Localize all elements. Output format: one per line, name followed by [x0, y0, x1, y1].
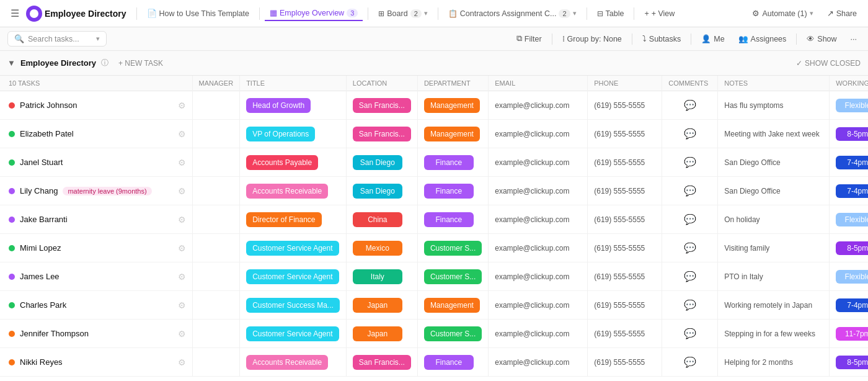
settings-icon[interactable]: ⚙	[178, 243, 186, 253]
assignees-label: Assignees	[751, 35, 787, 43]
settings-icon[interactable]: ⚙	[178, 129, 186, 139]
settings-icon[interactable]: ⚙	[178, 357, 186, 367]
comment-icon[interactable]: 💬	[684, 186, 696, 196]
comment-icon[interactable]: 💬	[684, 214, 696, 225]
settings-icon[interactable]: ⚙	[178, 272, 186, 282]
col-department: DEPARTMENT	[417, 76, 488, 91]
task-name[interactable]: Elizabeth Patel	[20, 129, 74, 138]
task-name[interactable]: Charles Park	[20, 300, 66, 310]
working-shift-cell: Flexible	[830, 262, 868, 291]
automate-button[interactable]: ⚙ Automate (1) ▾	[747, 6, 818, 20]
comment-icon[interactable]: 💬	[684, 300, 696, 310]
subtasks-button[interactable]: ⤵ Subtasks	[639, 33, 684, 45]
comments-cell[interactable]: 💬	[662, 148, 718, 177]
comment-icon[interactable]: 💬	[684, 128, 696, 139]
new-task-label[interactable]: + NEW TASK	[113, 58, 168, 69]
search-box[interactable]: 🔍 Search tasks... ▾	[7, 31, 107, 47]
comment-icon[interactable]: 💬	[684, 328, 696, 339]
task-name[interactable]: Patrick Johnson	[20, 101, 78, 110]
email-value: example@clickup.com	[495, 329, 569, 338]
phone-value: (619) 555-5555	[594, 187, 645, 195]
tab-contractors[interactable]: 📋 Contractors Assignment C... 2 ▾	[443, 7, 582, 20]
comment-icon[interactable]: 💬	[684, 271, 696, 282]
task-name[interactable]: Mimi Lopez	[20, 243, 61, 253]
task-name[interactable]: Lily Chang	[20, 186, 58, 195]
assignees-button[interactable]: 👥 Assignees	[735, 32, 790, 45]
tab-table[interactable]: ⊟ Table	[592, 7, 629, 20]
group-by-button[interactable]: ⁞ Group by: None	[559, 32, 626, 45]
section-collapse-arrow[interactable]: ▼	[7, 58, 16, 68]
working-shift-badge: Flexible	[836, 213, 868, 226]
tab-board-label: Board	[387, 9, 407, 18]
me-button[interactable]: 👤 Me	[698, 32, 728, 45]
task-name[interactable]: Jake Barranti	[20, 215, 68, 224]
comments-cell[interactable]: 💬	[662, 291, 718, 320]
department-cell: Customer S...	[417, 234, 488, 262]
location-cell: San Diego	[346, 177, 417, 205]
me-label: Me	[714, 35, 724, 43]
notes-cell: Has flu symptoms	[718, 91, 830, 120]
comments-cell[interactable]: 💬	[662, 262, 718, 291]
col-task-name: 10 TASKS	[0, 76, 192, 91]
location-cell: Italy	[346, 262, 417, 291]
show-closed-button[interactable]: ✓ SHOW CLOSED	[796, 59, 861, 68]
settings-icon[interactable]: ⚙	[178, 215, 186, 225]
settings-icon[interactable]: ⚙	[178, 101, 186, 110]
section-info-icon[interactable]: ⓘ	[101, 58, 108, 68]
comment-icon[interactable]: 💬	[684, 243, 696, 253]
status-dot	[9, 331, 15, 337]
tab-board[interactable]: ⊞ Board 2 ▾	[373, 7, 432, 20]
table-header-row: 10 TASKS MANAGER TITLE LOCATION DEPARTME…	[0, 76, 868, 91]
comments-cell[interactable]: 💬	[662, 120, 718, 148]
notes-cell: Visiting family	[718, 234, 830, 262]
title-badge: Customer Success Ma...	[246, 298, 340, 313]
working-shift-cell: 11-7pm	[830, 320, 868, 348]
comment-icon[interactable]: 💬	[684, 100, 696, 110]
manager-cell	[192, 120, 240, 148]
title-cell: VP of Operations	[240, 120, 347, 148]
tab-employee-overview[interactable]: ▦ Employe Overview 3	[265, 6, 363, 21]
table-row: Lily Chang maternity leave (9months) ⚙ A…	[0, 177, 868, 205]
comments-cell[interactable]: 💬	[662, 348, 718, 377]
comments-cell[interactable]: 💬	[662, 177, 718, 205]
col-location: LOCATION	[346, 76, 417, 91]
settings-icon[interactable]: ⚙	[178, 329, 186, 339]
comments-cell[interactable]: 💬	[662, 320, 718, 348]
notes-cell: Meeting with Jake next week	[718, 120, 830, 148]
comments-cell[interactable]: 💬	[662, 234, 718, 262]
tab-how-to[interactable]: 📄 How to Use This Template	[142, 6, 254, 20]
status-dot	[9, 102, 15, 109]
settings-icon[interactable]: ⚙	[178, 300, 186, 310]
department-badge: Finance	[424, 355, 474, 370]
task-name[interactable]: Janel Stuart	[20, 158, 63, 167]
comments-cell[interactable]: 💬	[662, 205, 718, 234]
email-value: example@clickup.com	[495, 301, 569, 310]
department-cell: Finance	[417, 177, 488, 205]
more-button[interactable]: ···	[847, 33, 861, 45]
working-shift-cell: Flexible	[830, 91, 868, 120]
new-task-button[interactable]: + New task	[0, 377, 868, 382]
settings-icon[interactable]: ⚙	[178, 186, 186, 196]
comments-cell[interactable]: 💬	[662, 91, 718, 120]
task-name[interactable]: James Lee	[20, 272, 60, 281]
new-task-row[interactable]: + New task	[0, 377, 868, 382]
filter-button[interactable]: ⧉ Filter	[513, 32, 546, 45]
comment-icon[interactable]: 💬	[684, 357, 696, 367]
nav-divider-4	[438, 7, 438, 20]
comment-icon[interactable]: 💬	[684, 157, 696, 168]
task-name[interactable]: Jennifer Thompson	[20, 329, 89, 338]
show-button[interactable]: 👁 Show	[803, 33, 840, 45]
phone-cell: (619) 555-5555	[588, 148, 662, 177]
menu-icon[interactable]: ☰	[6, 5, 24, 22]
add-view-button[interactable]: + + View	[639, 7, 680, 20]
location-badge: Mexico	[353, 241, 402, 256]
status-dot	[9, 159, 15, 166]
working-shift-cell: Flexible	[830, 205, 868, 234]
notes-value: On holiday	[724, 215, 760, 224]
department-badge: Management	[424, 98, 480, 113]
share-button[interactable]: ↗ Share	[822, 6, 862, 20]
task-name-cell: Jake Barranti ⚙	[0, 205, 192, 234]
settings-icon[interactable]: ⚙	[178, 158, 186, 168]
task-name[interactable]: Nikki Reyes	[20, 357, 63, 367]
tab-employee-label: Employe Overview	[280, 9, 344, 17]
